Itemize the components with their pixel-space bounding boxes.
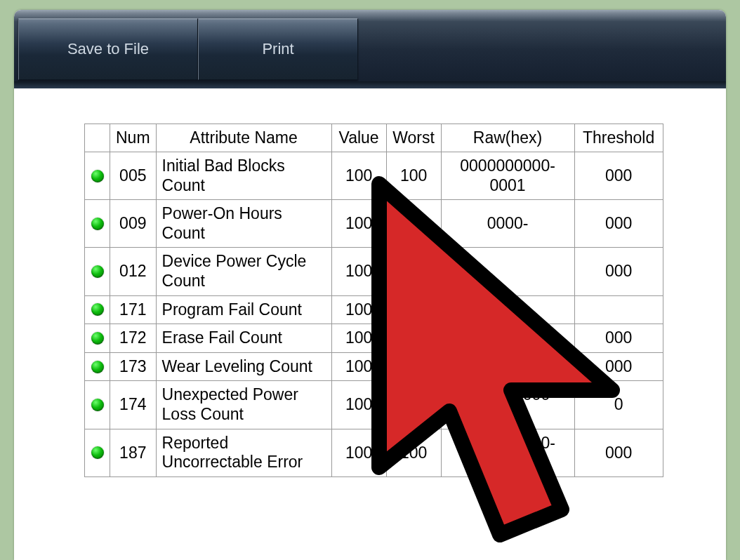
num-cell: 187 [110, 429, 157, 476]
value-cell: 100 [331, 429, 386, 476]
table-row[interactable]: 012Device Power Cycle Count100100000 [85, 248, 663, 295]
threshold-cell [574, 295, 663, 324]
status-cell [85, 429, 110, 476]
threshold-cell: 0 [574, 381, 663, 429]
header-num: Num [110, 124, 157, 152]
smart-attributes-table: Num Attribute Name Value Worst Raw(hex) … [84, 124, 663, 477]
header-status [85, 124, 110, 152]
status-cell [85, 324, 110, 353]
raw-hex-cell [441, 324, 574, 353]
raw-hex-cell [441, 248, 574, 295]
value-cell: 100 [331, 324, 386, 353]
status-ok-icon [91, 170, 104, 182]
attribute-name-cell: Power-On Hours Count [156, 200, 331, 248]
status-cell [85, 352, 110, 381]
toolbar: Save to File Print [14, 10, 726, 88]
header-attribute-name: Attribute Name [156, 124, 331, 152]
content-area: Num Attribute Name Value Worst Raw(hex) … [14, 88, 726, 560]
header-value: Value [331, 124, 386, 152]
num-cell: 012 [110, 248, 157, 295]
raw-hex-cell: 0000000000-0001 [441, 152, 574, 200]
table-row[interactable]: 173Wear Leveling Count1001000099000 [85, 352, 663, 381]
table-row[interactable]: 171Program Fail Count100100 [85, 295, 663, 324]
print-button[interactable]: Print [198, 18, 358, 80]
save-to-file-button[interactable]: Save to File [18, 18, 198, 80]
value-cell: 100 [331, 295, 386, 324]
status-ok-icon [91, 399, 104, 411]
num-cell: 009 [110, 200, 157, 248]
worst-cell: 100 [386, 352, 441, 381]
raw-hex-cell: 0000- [441, 200, 574, 248]
threshold-cell: 000 [574, 429, 663, 476]
status-ok-icon [91, 303, 104, 316]
threshold-cell: 000 [574, 248, 663, 295]
table-row[interactable]: 009Power-On Hours Count1001000000-000 [85, 200, 663, 248]
worst-cell: 100 [386, 295, 441, 324]
attribute-name-cell: Initial Bad Blocks Count [156, 152, 331, 200]
worst-cell: 100 [386, 152, 441, 200]
status-ok-icon [91, 361, 104, 373]
raw-hex-cell: 0000000000-0000 [441, 429, 574, 476]
status-cell [85, 200, 110, 248]
num-cell: 172 [110, 324, 157, 353]
header-raw-hex: Raw(hex) [441, 124, 574, 152]
attribute-name-cell: Wear Leveling Count [156, 352, 331, 381]
header-worst: Worst [386, 124, 441, 152]
num-cell: 173 [110, 352, 157, 381]
status-cell [85, 381, 110, 429]
status-cell [85, 248, 110, 295]
header-threshold: Threshold [574, 124, 663, 152]
worst-cell: 100 [386, 200, 441, 248]
status-cell [85, 295, 110, 324]
table-row[interactable]: 187Reported Uncorrectable Error100100000… [85, 429, 663, 476]
save-to-file-label: Save to File [67, 40, 149, 58]
attribute-name-cell: Program Fail Count [156, 295, 331, 324]
status-ok-icon [91, 446, 104, 459]
attribute-name-cell: Unexpected Power Loss Count [156, 381, 331, 429]
status-cell [85, 152, 110, 200]
threshold-cell: 000 [574, 200, 663, 248]
raw-hex-cell [441, 295, 574, 324]
threshold-cell: 000 [574, 152, 663, 200]
raw-hex-cell: 0000000000-005D [441, 381, 574, 429]
num-cell: 171 [110, 295, 157, 324]
worst-cell: 100 [386, 248, 441, 295]
table-header-row: Num Attribute Name Value Worst Raw(hex) … [85, 124, 663, 152]
num-cell: 174 [110, 381, 157, 429]
attribute-name-cell: Device Power Cycle Count [156, 248, 331, 295]
value-cell: 100 [331, 152, 386, 200]
threshold-cell: 000 [574, 352, 663, 381]
worst-cell: 100 [386, 381, 441, 429]
status-ok-icon [91, 332, 104, 345]
table-row[interactable]: 005Initial Bad Blocks Count1001000000000… [85, 152, 663, 200]
worst-cell: 100 [386, 429, 441, 476]
attribute-name-cell: Reported Uncorrectable Error [156, 429, 331, 476]
app-window: Save to File Print Num Attribute Name Va… [14, 10, 726, 560]
value-cell: 100 [331, 200, 386, 248]
print-label: Print [262, 40, 293, 58]
attribute-name-cell: Erase Fail Count [156, 324, 331, 353]
threshold-cell: 000 [574, 324, 663, 353]
raw-hex-cell: 0099 [441, 352, 574, 381]
value-cell: 100 [331, 352, 386, 381]
status-ok-icon [91, 218, 104, 230]
table-row[interactable]: 172Erase Fail Count100100000 [85, 324, 663, 353]
table-row[interactable]: 174Unexpected Power Loss Count1001000000… [85, 381, 663, 429]
value-cell: 100 [331, 248, 386, 295]
value-cell: 100 [331, 381, 386, 429]
worst-cell: 100 [386, 324, 441, 353]
num-cell: 005 [110, 152, 157, 200]
status-ok-icon [91, 265, 104, 278]
